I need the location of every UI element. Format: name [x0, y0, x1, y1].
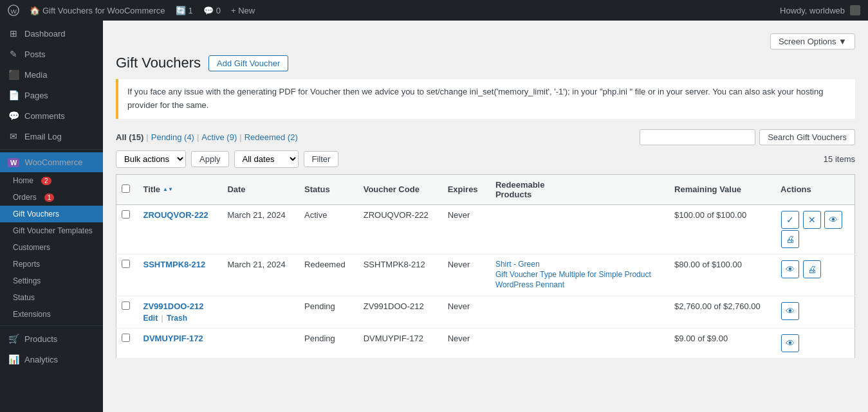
email-icon: ✉ — [8, 131, 19, 141]
sidebar-item-posts[interactable]: ✎ Posts — [0, 44, 103, 64]
voucher-title-link[interactable]: ZROUQVOR-222 — [143, 210, 208, 220]
voucher-title-link[interactable]: SSHTMPK8-212 — [143, 260, 206, 269]
product-link[interactable]: WordPress Pennant — [495, 280, 659, 289]
trash-link[interactable]: Trash — [167, 314, 187, 323]
add-gift-voucher-button[interactable]: Add Gift Voucher — [208, 55, 288, 71]
action-print-button[interactable]: 🖨 — [781, 230, 799, 248]
search-input[interactable] — [640, 129, 755, 145]
sidebar-item-email-log[interactable]: ✉ Email Log — [0, 126, 103, 147]
action-view-button[interactable]: 👁 — [781, 334, 799, 352]
updates-item[interactable]: 🔄 1 — [176, 6, 193, 15]
filter-redeemed[interactable]: Redeemed (2) — [245, 132, 298, 142]
wp-logo[interactable]: W — [8, 4, 19, 16]
comments-menu-icon: 💬 — [8, 111, 19, 121]
row-checkbox[interactable] — [122, 334, 130, 342]
row-voucher-code-cell: DVMUYPIF-172 — [356, 328, 440, 358]
screen-options-bar: Screen Options ▼ — [116, 33, 855, 49]
row-expires-cell: Never — [440, 296, 488, 328]
col-header-title[interactable]: Title ▲▼ — [136, 174, 220, 204]
col-header-status: Status — [297, 174, 356, 204]
new-content-item[interactable]: + New — [231, 6, 255, 15]
action-check-button[interactable]: ✓ — [781, 211, 799, 229]
row-checkbox[interactable] — [122, 260, 130, 268]
sidebar-item-dashboard[interactable]: ⊞ Dashboard — [0, 23, 103, 44]
row-checkbox[interactable] — [122, 301, 130, 310]
vouchers-table: Title ▲▼ Date Status Voucher Code Expire… — [116, 174, 855, 359]
sidebar-item-gift-voucher-templates[interactable]: Gift Voucher Templates — [0, 222, 103, 239]
row-actions-cell: ✓ ✕ 👁 🖨 — [773, 204, 854, 254]
table-row: ZV991DOO-212 Edit | Trash Pending ZV991D… — [116, 296, 855, 328]
row-voucher-code-cell: ZROUQVOR-222 — [356, 204, 440, 254]
row-expires-cell: Never — [440, 254, 488, 296]
product-link[interactable]: Shirt - Green — [495, 260, 659, 269]
sidebar-item-comments[interactable]: 💬 Comments — [0, 105, 103, 126]
sidebar-item-label: Customers — [13, 243, 50, 252]
sidebar-item-settings[interactable]: Settings — [0, 273, 103, 289]
row-voucher-code-cell: ZV991DOO-212 — [356, 296, 440, 328]
posts-icon: ✎ — [8, 49, 19, 59]
filter-all[interactable]: All (15) — [116, 132, 143, 142]
sidebar-item-reports[interactable]: Reports — [0, 256, 103, 273]
sidebar-item-label: Settings — [13, 276, 41, 285]
page-title: Gift Vouchers — [116, 55, 201, 71]
action-view-button[interactable]: 👁 — [781, 260, 799, 278]
table-row: ZROUQVOR-222 March 21, 2024 Active ZROUQ… — [116, 204, 855, 254]
row-checkbox-cell — [116, 204, 136, 254]
site-name[interactable]: 🏠 Gift Vouchers for WooCommerce — [30, 6, 165, 15]
action-view-button[interactable]: 👁 — [824, 211, 842, 229]
row-date-cell: March 21, 2024 — [219, 254, 297, 296]
sidebar-item-home[interactable]: Home 2 — [0, 172, 103, 189]
table-row: DVMUYPIF-172 Pending DVMUYPIF-172 Never … — [116, 328, 855, 358]
select-all-checkbox[interactable] — [122, 184, 130, 193]
row-status-cell: Redeemed — [297, 254, 356, 296]
row-value-cell: $100.00 of $100.00 — [667, 204, 773, 254]
sidebar-item-extensions[interactable]: Extensions — [0, 306, 103, 323]
sidebar-item-products[interactable]: 🛒 Products — [0, 328, 103, 349]
date-filter-select[interactable]: All dates — [234, 150, 299, 168]
filter-active[interactable]: Active (9) — [201, 132, 237, 142]
row-products-cell — [488, 328, 667, 358]
sidebar-item-label: Gift Vouchers — [13, 210, 59, 219]
voucher-title-link[interactable]: ZV991DOO-212 — [143, 301, 204, 311]
row-voucher-code-cell: SSHTMPK8-212 — [356, 254, 440, 296]
sidebar-item-analytics[interactable]: 📊 Analytics — [0, 349, 103, 370]
col-header-expires: Expires — [440, 174, 488, 204]
action-view-button[interactable]: 👁 — [781, 302, 799, 320]
row-status-cell: Pending — [297, 296, 356, 328]
voucher-title-link[interactable]: DVMUYPIF-172 — [143, 334, 203, 343]
sidebar-item-gift-vouchers[interactable]: Gift Vouchers — [0, 206, 103, 222]
row-products-cell: Shirt - Green Gift Voucher Type Multiple… — [488, 254, 667, 296]
row-actions-cell: 👁 — [773, 296, 854, 328]
woocommerce-label: WooCommerce — [24, 157, 82, 167]
search-gift-vouchers-button[interactable]: Search Gift Vouchers — [759, 129, 855, 145]
analytics-icon: 📊 — [8, 354, 19, 364]
wordpress-icon: W — [8, 4, 19, 16]
bulk-actions-select[interactable]: Bulk actions — [116, 150, 186, 168]
product-link[interactable]: Gift Voucher Type Multiple for Simple Pr… — [495, 270, 659, 279]
menu-separator — [0, 149, 103, 150]
comments-item[interactable]: 💬 0 — [203, 6, 221, 15]
col-header-date: Date — [219, 174, 297, 204]
items-count: 15 items — [824, 154, 855, 164]
action-print-button[interactable]: 🖨 — [803, 260, 821, 278]
sidebar-item-media[interactable]: ⬛ Media — [0, 64, 103, 85]
sidebar-item-status[interactable]: Status — [0, 289, 103, 306]
row-actions-cell: 👁 — [773, 328, 854, 358]
row-actions: Edit | Trash — [143, 314, 212, 323]
filter-pending[interactable]: Pending (4) — [151, 132, 194, 142]
sidebar-item-pages[interactable]: 📄 Pages — [0, 85, 103, 105]
row-checkbox[interactable] — [122, 210, 130, 219]
col-header-checkbox — [116, 174, 136, 204]
sidebar-item-customers[interactable]: Customers — [0, 239, 103, 256]
screen-options-button[interactable]: Screen Options ▼ — [770, 33, 855, 49]
edit-link[interactable]: Edit — [143, 314, 158, 323]
sidebar-item-label: Analytics — [24, 355, 58, 364]
row-expires-cell: Never — [440, 328, 488, 358]
filter-button[interactable]: Filter — [304, 151, 339, 167]
col-header-redeemable-products: RedeemableProducts — [488, 174, 667, 204]
sidebar-item-orders[interactable]: Orders 1 — [0, 189, 103, 206]
row-title-cell: SSHTMPK8-212 — [136, 254, 220, 296]
woocommerce-menu-header[interactable]: W WooCommerce — [0, 152, 103, 172]
action-close-button[interactable]: ✕ — [803, 211, 821, 229]
apply-button[interactable]: Apply — [191, 151, 229, 167]
